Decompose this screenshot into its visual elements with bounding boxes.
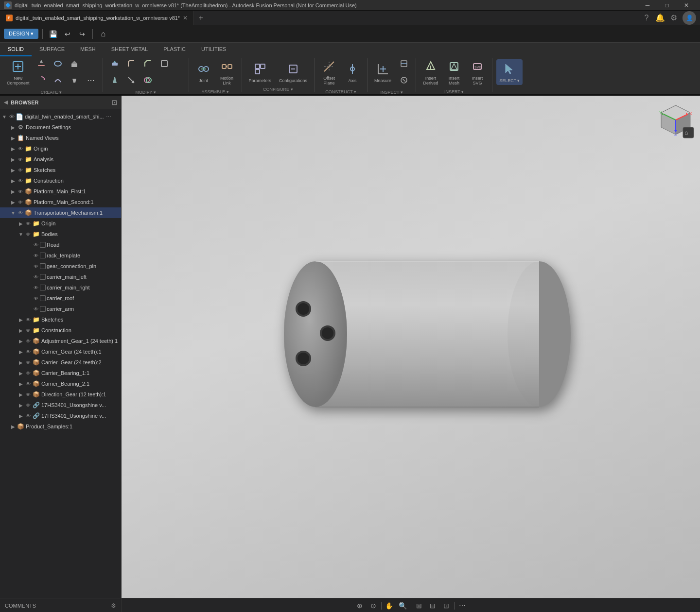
vp-grid-button[interactable]: ⊞ [413,600,425,612]
carrier-roof-checkbox[interactable] [40,295,46,301]
tree-body-carrier-right[interactable]: 👁 carrier_main_right [0,282,121,293]
rack-eye[interactable]: 👁 [32,253,40,258]
vp-zoom-button[interactable]: 🔍 [397,600,409,612]
carrier-arm-checkbox[interactable] [40,306,46,312]
origin-l2-eye[interactable]: 👁 [24,221,32,226]
origin-eye[interactable]: 👁 [17,146,24,152]
carrier-right-eye[interactable]: 👁 [32,285,40,290]
tree-body-carrier-arm[interactable]: 👁 carrier_arm [0,304,121,314]
tab-action-settings[interactable]: ⚙ [669,13,679,22]
tab-surface[interactable]: SURFACE [32,43,72,56]
insert-mesh-button[interactable]: InsertMesh [443,57,465,87]
scale-button[interactable] [123,72,139,88]
gear-pin-checkbox[interactable] [40,263,46,269]
fillet-button[interactable] [123,56,139,71]
vp-display-button[interactable]: ⊟ [427,600,438,612]
comments-settings-button[interactable]: ⚙ [111,602,116,609]
tree-analysis[interactable]: ▶ 👁 📁 Analysis [0,154,121,165]
tree-17hs-2[interactable]: ▶ 👁 🔗 17HS3401_Usongshine v... [0,410,121,421]
construct-btn1[interactable]: OffsetPlane [318,57,340,87]
tree-bodies[interactable]: ▼ 👁 📁 Bodies [0,229,121,239]
tab-solid[interactable]: SOLID [0,43,32,56]
select-button[interactable]: SELECT ▾ [496,59,523,85]
tree-body-rack[interactable]: 👁 rack_template [0,250,121,261]
tree-body-gear-pin[interactable]: 👁 gear_connection_pin [0,261,121,272]
cg1-eye[interactable]: 👁 [24,349,32,355]
construct-btn2[interactable]: Axis [342,59,363,85]
tree-carrier-gear-1[interactable]: ▶ 👁 📦 Carrier_Gear (24 teeth):1 [0,346,121,357]
tree-sketches-l2[interactable]: ▶ 👁 📁 Sketches [0,314,121,325]
adj-gear-eye[interactable]: 👁 [24,339,32,344]
inspect-zebra[interactable] [396,72,412,88]
tab-plastic[interactable]: PLASTIC [156,43,193,56]
bodies-eye[interactable]: 👁 [24,232,32,237]
tree-transport-mech[interactable]: ▼ 👁 📦 Transportation_Mechanism:1 [0,207,121,218]
chamfer-button[interactable] [140,56,156,71]
tree-doc-settings[interactable]: ▶ ⚙ Document Settings [0,122,121,133]
construction-l1-eye[interactable]: 👁 [17,178,24,184]
combine-button[interactable] [140,72,156,88]
cb1-eye[interactable]: 👁 [24,371,32,376]
dg-eye[interactable]: 👁 [24,392,32,397]
gear-pin-eye[interactable]: 👁 [32,264,40,269]
viewport[interactable]: X Y Z ⌂ [122,96,700,598]
vp-nav-home[interactable]: ⊙ [368,600,379,612]
tree-origin-l2[interactable]: ▶ 👁 📁 Origin [0,218,121,229]
tab-close-button[interactable]: ✕ [183,15,188,21]
pmf-eye[interactable]: 👁 [17,189,24,194]
home-button[interactable]: ⌂ [97,28,109,40]
cg2-eye[interactable]: 👁 [24,360,32,365]
tree-origin[interactable]: ▶ 👁 📁 Origin [0,143,121,154]
pms-eye[interactable]: 👁 [17,200,24,205]
carrier-roof-eye[interactable]: 👁 [32,296,40,301]
tree-direction-gear[interactable]: ▶ 👁 📦 Direction_Gear (12 teeth):1 [0,389,121,400]
tab-utilities[interactable]: UTILITIES [193,43,234,56]
save-button[interactable]: 💾 [47,28,59,40]
redo-button[interactable]: ↪ [76,28,88,40]
tree-root-item[interactable]: ▼ 👁 📄 digital_twin_enabled_smart_shi... … [0,111,121,122]
tree-platform-main-first[interactable]: ▶ 👁 📦 Platform_Main_First:1 [0,186,121,197]
create-more-button[interactable]: ⋯ [83,72,99,88]
vp-nav-orbit[interactable]: ⊕ [354,600,366,612]
undo-button[interactable]: ↩ [61,28,74,40]
tab-mesh[interactable]: MESH [72,43,104,56]
vp-pan-button[interactable]: ✋ [384,600,395,612]
tree-named-views[interactable]: ▶ 📋 Named Views [0,133,121,143]
tree-body-road[interactable]: 👁 Road [0,239,121,250]
tree-construction-l1[interactable]: ▶ 👁 📁 Construction [0,175,121,186]
create-new-component-button[interactable]: NewComponent [4,57,33,87]
root-visibility-eye[interactable]: 👁 [8,114,16,119]
create-form-button[interactable] [50,56,66,71]
browser-expand-button[interactable]: ⊡ [111,99,117,106]
sketches-l1-eye[interactable]: 👁 [17,168,24,173]
road-checkbox[interactable] [40,242,46,248]
tree-body-carrier-roof[interactable]: 👁 carrier_roof [0,293,121,304]
tree-product-samples[interactable]: ▶ 📦 Product_Samples:1 [0,421,121,432]
cb2-eye[interactable]: 👁 [24,381,32,387]
minimize-button[interactable]: ─ [638,0,657,11]
close-button[interactable]: ✕ [677,0,696,11]
user-avatar[interactable]: 👤 [682,11,696,25]
new-tab-button[interactable]: + [194,11,208,25]
tab-sheetmetal[interactable]: SHEET METAL [104,43,156,56]
vp-selection-button[interactable]: ⊡ [440,600,452,612]
configure-btn2[interactable]: Configurations [276,59,310,85]
tm-eye[interactable]: 👁 [17,210,24,216]
axis-cube[interactable]: X Y Z ⌂ [656,101,695,139]
sketches-l2-eye[interactable]: 👁 [24,317,32,323]
shell-button[interactable] [157,56,172,71]
insert-derived-button[interactable]: InsertDerived [420,57,441,87]
tree-carrier-gear-2[interactable]: ▶ 👁 📦 Carrier_Gear (24 teeth):2 [0,357,121,368]
document-tab[interactable]: F digital_twin_enabled_smart_shipping_wo… [0,11,194,25]
17hs1-eye[interactable]: 👁 [24,403,32,408]
rack-checkbox[interactable] [40,253,46,258]
design-dropdown-button[interactable]: DESIGN ▾ [4,29,38,39]
tree-platform-main-second[interactable]: ▶ 👁 📦 Platform_Main_Second:1 [0,197,121,207]
vp-more-button[interactable]: ⋯ [456,600,468,612]
tree-17hs-1[interactable]: ▶ 👁 🔗 17HS3401_Usongshine v... [0,400,121,410]
construction-l2-eye[interactable]: 👁 [24,328,32,333]
maximize-button[interactable]: □ [657,0,677,11]
tree-carrier-bearing-2[interactable]: ▶ 👁 📦 Carrier_Bearing_2:1 [0,378,121,389]
road-eye[interactable]: 👁 [32,242,40,248]
motion-link-button[interactable]: MotionLink [216,57,238,87]
